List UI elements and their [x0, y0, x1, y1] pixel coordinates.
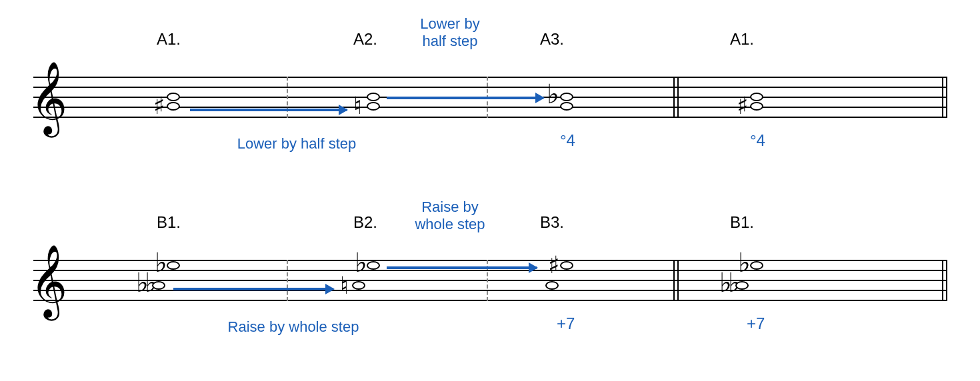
whole-note [167, 261, 180, 270]
double-flat-icon: ♭♭ [136, 270, 153, 296]
label-b1: B1. [157, 213, 181, 232]
barline-end [946, 260, 947, 301]
annotation-upper-a: Lower by half step [397, 15, 503, 51]
barline-dashed [287, 260, 288, 301]
staff-a: 𝄞 ♯ ♮ ♭ ♯ [33, 77, 947, 130]
annotation-upper-b: Raise by whole step [397, 198, 503, 234]
interval-label-b1b: +7 [747, 314, 765, 333]
whole-note [750, 102, 763, 111]
whole-note [367, 261, 380, 270]
arrow-icon [387, 266, 537, 269]
sharp-icon: ♯ [548, 253, 559, 277]
sharp-icon: ♯ [737, 94, 748, 118]
whole-note [750, 93, 763, 101]
treble-clef-icon: 𝄞 [30, 67, 67, 130]
whole-note [735, 281, 749, 290]
flat-icon: ♭ [355, 250, 367, 276]
barline-dashed [287, 77, 288, 118]
whole-note [367, 102, 380, 111]
natural-icon: ♮ [353, 94, 362, 118]
interval-label-b3: +7 [557, 314, 575, 333]
flat-icon: ♭ [155, 250, 167, 276]
interval-label-a1b: °4 [750, 131, 765, 150]
label-a2: A2. [353, 30, 377, 49]
arrow-icon [387, 97, 543, 99]
barline-double [673, 260, 675, 301]
whole-note [167, 102, 180, 111]
treble-clef-icon: 𝄞 [30, 250, 67, 313]
whole-note [560, 102, 573, 111]
label-a3: A3. [540, 30, 564, 49]
whole-note [352, 281, 365, 290]
whole-note [545, 281, 559, 290]
whole-note [560, 261, 573, 270]
barline-end [942, 77, 943, 118]
barline-end [946, 77, 947, 118]
barline-double [673, 77, 675, 118]
flat-icon: ♭ [738, 250, 751, 276]
staff-b: 𝄞 ♭ ♭♭ ♭ ♮ ♯ ♭ ♭♭ [33, 260, 947, 313]
label-b2: B2. [353, 213, 377, 232]
annotation-lower-b: Raise by whole step [200, 318, 387, 336]
natural-icon: ♮ [340, 274, 349, 298]
double-flat-icon: ♭♭ [719, 270, 737, 296]
label-a1: A1. [157, 30, 181, 49]
interval-label-a3: °4 [560, 131, 575, 150]
whole-note [152, 281, 165, 290]
label-a1b: A1. [730, 30, 754, 49]
whole-note [167, 93, 180, 101]
label-b1b: B1. [730, 213, 754, 232]
whole-note [560, 93, 573, 101]
flat-icon: ♭ [547, 81, 559, 108]
sharp-icon: ♯ [153, 94, 165, 118]
arrow-icon [190, 109, 347, 111]
whole-note [367, 93, 380, 101]
whole-note [750, 261, 763, 270]
arrow-icon [173, 288, 333, 290]
annotation-lower-a: Lower by half step [210, 135, 383, 153]
barline-end [942, 260, 943, 301]
label-b3: B3. [540, 213, 564, 232]
